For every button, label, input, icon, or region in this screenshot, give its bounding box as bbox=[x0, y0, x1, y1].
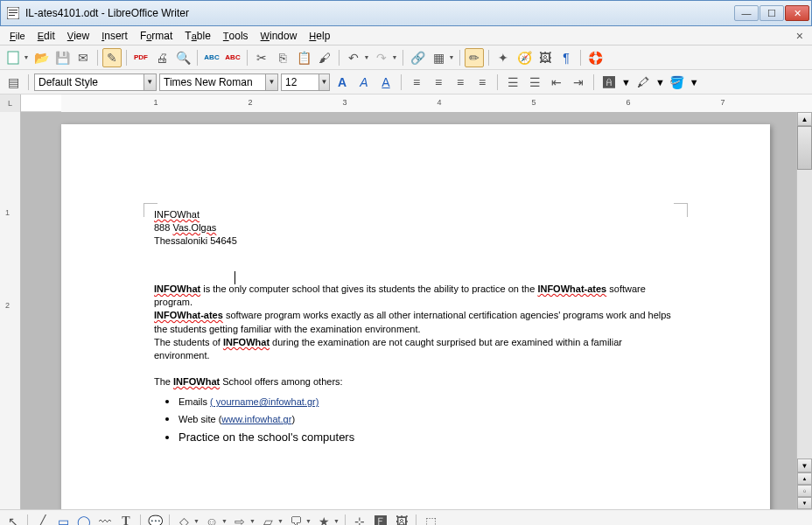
minimize-button[interactable]: — bbox=[734, 5, 759, 21]
callout-tool[interactable]: 💬 bbox=[145, 513, 164, 526]
align-right-button[interactable]: ≡ bbox=[451, 73, 470, 92]
export-pdf-button[interactable]: PDF bbox=[131, 48, 150, 67]
highlight-button[interactable]: 🖍 bbox=[634, 73, 653, 92]
select-tool[interactable]: ↖ bbox=[4, 513, 23, 526]
ellipse-tool[interactable]: ◯ bbox=[74, 513, 94, 526]
menu-window[interactable]: Window bbox=[255, 28, 304, 44]
points-tool[interactable]: ⊹ bbox=[350, 513, 369, 526]
document-area[interactable]: INFOWhat 888 Vas.Olgas Thessaloniki 5464… bbox=[21, 112, 796, 509]
redo-dropdown[interactable]: ▼ bbox=[391, 54, 398, 60]
align-left-button[interactable]: ≡ bbox=[407, 73, 426, 92]
text-tool[interactable]: T bbox=[116, 513, 136, 526]
font-color-button[interactable]: 🅰 bbox=[599, 73, 619, 92]
menu-file[interactable]: File bbox=[4, 28, 32, 44]
undo-dropdown[interactable]: ▼ bbox=[363, 54, 370, 60]
decrease-indent-button[interactable]: ⇤ bbox=[547, 73, 566, 92]
callouts-tool[interactable]: 🗨 bbox=[286, 513, 305, 526]
menu-tools[interactable]: Tools bbox=[217, 28, 255, 44]
menu-help[interactable]: Help bbox=[303, 28, 336, 44]
underline-button[interactable]: A bbox=[376, 73, 396, 92]
font-size-combo[interactable]: ▼ bbox=[281, 74, 330, 91]
font-size-input[interactable] bbox=[282, 74, 318, 90]
align-center-button[interactable]: ≡ bbox=[429, 73, 448, 92]
save-button[interactable]: 💾 bbox=[52, 48, 72, 67]
from-file-tool[interactable]: 🖼 bbox=[392, 513, 411, 526]
line-tool[interactable]: ╱ bbox=[32, 513, 52, 526]
font-size-drop[interactable]: ▼ bbox=[318, 74, 329, 90]
paragraph-style-input[interactable] bbox=[35, 74, 144, 90]
close-button[interactable]: ✕ bbox=[785, 5, 809, 21]
new-button[interactable] bbox=[4, 48, 23, 67]
print-button[interactable]: 🖨 bbox=[152, 48, 172, 67]
bold-button[interactable]: A bbox=[332, 73, 352, 92]
new-dropdown[interactable]: ▼ bbox=[23, 54, 30, 60]
next-page-button[interactable]: ▼ bbox=[797, 497, 812, 509]
ruler-corner: L bbox=[0, 94, 21, 112]
spellcheck-button[interactable]: ABC bbox=[202, 48, 221, 67]
font-name-combo[interactable]: ▼ bbox=[159, 74, 278, 91]
bullet-list-button[interactable]: ☰ bbox=[525, 73, 544, 92]
format-paintbrush-button[interactable]: 🖌 bbox=[315, 48, 334, 67]
print-preview-button[interactable]: 🔍 bbox=[173, 48, 192, 67]
show-draw-button[interactable]: ✏ bbox=[465, 48, 484, 67]
horizontal-ruler[interactable]: 1 2 3 4 5 6 7 bbox=[61, 94, 812, 112]
edit-mode-button[interactable]: ✎ bbox=[102, 48, 122, 67]
align-justify-button[interactable]: ≡ bbox=[472, 73, 492, 92]
fontwork-tool[interactable]: 🅵 bbox=[371, 513, 390, 526]
italic-button[interactable]: A bbox=[354, 73, 374, 92]
font-color-drop[interactable]: ▼ bbox=[621, 77, 631, 88]
scroll-track[interactable] bbox=[797, 170, 812, 458]
font-name-drop[interactable]: ▼ bbox=[265, 74, 277, 90]
extrusion-tool[interactable]: ⬚ bbox=[421, 513, 440, 526]
page-content[interactable]: INFOWhat 888 Vas.Olgas Thessaloniki 5464… bbox=[154, 208, 677, 445]
styles-button[interactable]: ▤ bbox=[4, 73, 23, 92]
menu-table[interactable]: Table bbox=[178, 28, 216, 44]
increase-indent-button[interactable]: ⇥ bbox=[569, 73, 588, 92]
email-button[interactable]: ✉ bbox=[74, 48, 93, 67]
scroll-down-button[interactable]: ▼ bbox=[797, 458, 812, 472]
svg-rect-2 bbox=[9, 12, 18, 13]
maximize-button[interactable]: ☐ bbox=[760, 5, 784, 21]
background-color-button[interactable]: 🪣 bbox=[668, 73, 687, 92]
menu-insert[interactable]: Insert bbox=[95, 28, 134, 44]
table-dropdown[interactable]: ▼ bbox=[448, 54, 455, 60]
freeform-tool[interactable]: 〰 bbox=[95, 513, 115, 526]
paragraph-style-drop[interactable]: ▼ bbox=[144, 74, 156, 90]
menu-view[interactable]: View bbox=[61, 28, 95, 44]
find-button[interactable]: ✦ bbox=[494, 48, 513, 67]
copy-button[interactable]: ⎘ bbox=[273, 48, 292, 67]
gallery-button[interactable]: 🖼 bbox=[536, 48, 555, 67]
vertical-ruler[interactable]: 1 2 bbox=[0, 112, 21, 509]
scroll-thumb[interactable] bbox=[797, 126, 812, 170]
navigator-button[interactable]: 🧭 bbox=[514, 48, 534, 67]
rectangle-tool[interactable]: ▭ bbox=[53, 513, 73, 526]
block-arrows-tool[interactable]: ⇨ bbox=[230, 513, 249, 526]
prev-page-button[interactable]: ▲ bbox=[797, 472, 812, 485]
close-document-button[interactable]: × bbox=[791, 29, 808, 43]
background-color-drop[interactable]: ▼ bbox=[690, 77, 699, 88]
menu-edit[interactable]: Edit bbox=[32, 28, 61, 44]
insert-table-button[interactable]: ▦ bbox=[429, 48, 448, 67]
highlight-drop[interactable]: ▼ bbox=[655, 77, 665, 88]
paste-button[interactable]: 📋 bbox=[294, 48, 313, 67]
autospell-button[interactable]: ABC bbox=[223, 48, 242, 67]
paragraph-style-combo[interactable]: ▼ bbox=[34, 74, 157, 91]
scroll-up-button[interactable]: ▲ bbox=[797, 112, 812, 126]
open-button[interactable]: 📂 bbox=[32, 48, 51, 67]
help-button[interactable]: 🛟 bbox=[585, 48, 605, 67]
list-item: Emails ( yourname@infowhat.gr) bbox=[178, 394, 677, 410]
nav-object-button[interactable]: ○ bbox=[797, 485, 812, 497]
font-name-input[interactable] bbox=[160, 74, 265, 90]
cut-button[interactable]: ✂ bbox=[252, 48, 271, 67]
vertical-scrollbar[interactable]: ▲ ▼ ▲ ○ ▼ bbox=[796, 112, 812, 509]
stars-tool[interactable]: ★ bbox=[314, 513, 333, 526]
basic-shapes-tool[interactable]: ◇ bbox=[174, 513, 193, 526]
flowchart-tool[interactable]: ▱ bbox=[258, 513, 277, 526]
numbered-list-button[interactable]: ☰ bbox=[503, 73, 522, 92]
hyperlink-button[interactable]: 🔗 bbox=[408, 48, 427, 67]
redo-button[interactable]: ↷ bbox=[372, 48, 391, 67]
undo-button[interactable]: ↶ bbox=[344, 48, 363, 67]
nonprinting-button[interactable]: ¶ bbox=[556, 48, 576, 67]
menu-format[interactable]: Format bbox=[134, 28, 178, 44]
symbol-shapes-tool[interactable]: ☺ bbox=[202, 513, 221, 526]
